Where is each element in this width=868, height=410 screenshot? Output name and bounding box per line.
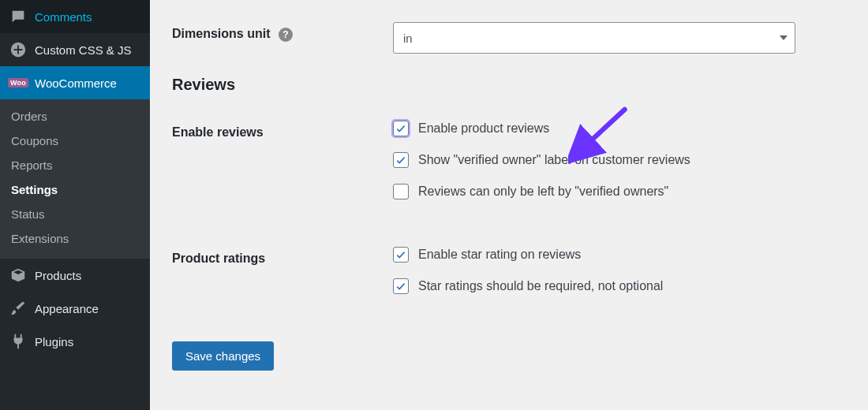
submenu-coupons[interactable]: Coupons	[0, 129, 150, 153]
help-icon[interactable]: ?	[279, 28, 293, 42]
comment-icon	[9, 8, 27, 25]
submenu-orders[interactable]: Orders	[0, 104, 150, 129]
sidebar-item-custom-css-js[interactable]: Custom CSS & JS	[0, 33, 150, 66]
checkbox-label: Reviews can only be left by "verified ow…	[418, 184, 668, 199]
checkbox-verified-owner-label[interactable]	[393, 152, 409, 168]
box-icon	[9, 266, 27, 284]
sidebar-item-plugins[interactable]: Plugins	[0, 325, 150, 358]
check-icon	[395, 123, 406, 134]
admin-sidebar: Comments Custom CSS & JS Woo WooCommerce…	[0, 0, 150, 410]
plus-circle-icon	[9, 41, 27, 58]
check-icon	[395, 249, 406, 260]
checkbox-label: Show "verified owner" label on customer …	[418, 153, 690, 167]
submenu-settings[interactable]: Settings	[0, 177, 150, 202]
sidebar-item-label: Comments	[35, 10, 92, 24]
sidebar-item-label: Plugins	[35, 335, 73, 348]
submenu-status[interactable]: Status	[0, 202, 150, 226]
sidebar-item-label: Products	[35, 269, 81, 282]
reviews-section-heading: Reviews	[172, 76, 846, 94]
check-icon	[395, 281, 406, 292]
submenu-extensions[interactable]: Extensions	[0, 226, 150, 251]
checkbox-star-ratings-required[interactable]	[393, 278, 409, 294]
sidebar-item-comments[interactable]: Comments	[0, 0, 150, 33]
save-changes-button[interactable]: Save changes	[172, 341, 274, 371]
submenu-reports[interactable]: Reports	[0, 153, 150, 177]
sidebar-item-label: WooCommerce	[35, 76, 117, 90]
sidebar-item-woocommerce[interactable]: Woo WooCommerce	[0, 66, 150, 99]
checkbox-label: Star ratings should be required, not opt…	[418, 279, 663, 293]
woocommerce-submenu: Orders Coupons Reports Settings Status E…	[0, 99, 150, 259]
checkbox-label: Enable star rating on reviews	[418, 248, 581, 262]
dimensions-unit-select[interactable]: in	[393, 22, 795, 54]
brush-icon	[9, 300, 27, 317]
dimensions-unit-label: Dimensions unit	[172, 27, 270, 40]
checkbox-enable-star-rating[interactable]	[393, 247, 409, 263]
woo-icon: Woo	[9, 74, 27, 91]
checkbox-enable-product-reviews[interactable]	[393, 121, 409, 136]
product-ratings-label: Product ratings	[172, 247, 393, 266]
sidebar-item-appearance[interactable]: Appearance	[0, 292, 150, 325]
sidebar-item-label: Custom CSS & JS	[35, 43, 132, 57]
settings-panel: Dimensions unit ? in Reviews Enable revi…	[150, 0, 868, 410]
svg-rect-2	[14, 49, 23, 50]
plug-icon	[9, 333, 27, 350]
dimensions-unit-select-wrap: in	[393, 22, 795, 54]
enable-reviews-label: Enable reviews	[172, 121, 393, 140]
sidebar-item-label: Appearance	[35, 302, 99, 315]
checkbox-label: Enable product reviews	[418, 121, 549, 136]
checkbox-verified-owners-only[interactable]	[393, 184, 409, 199]
sidebar-item-products[interactable]: Products	[0, 259, 150, 292]
check-icon	[395, 155, 406, 166]
